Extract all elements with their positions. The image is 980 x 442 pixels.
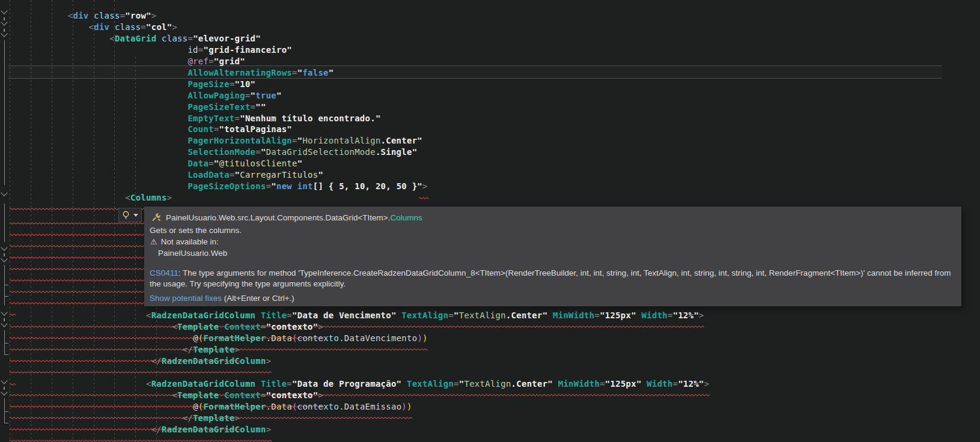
code-token: TextAlign [464, 379, 511, 389]
code-token [401, 379, 407, 389]
code-editor[interactable]: <div class="row"> <div class="col"> <Dat… [0, 0, 980, 442]
code-token: class [115, 22, 141, 32]
code-token [0, 159, 187, 168]
code-line[interactable]: SelectionMode="DataGridSelectionMode.Sin… [0, 147, 417, 158]
code-token: Columns [130, 193, 167, 202]
code-line[interactable]: </RadzenDataGridColumn> [0, 424, 271, 435]
quick-actions-lightbulb-button[interactable] [118, 208, 142, 222]
code-token: class [162, 34, 187, 43]
error-code-link[interactable]: CS0411 [150, 268, 178, 277]
code-token: Template [193, 345, 234, 354]
code-line[interactable]: AllowPaging="true" [0, 90, 282, 101]
code-token: = [668, 310, 673, 320]
code-token: "elevor-grid" [193, 34, 261, 43]
code-token: Width [647, 379, 672, 389]
code-token: ) [422, 333, 428, 343]
error-squiggle [10, 296, 144, 299]
code-line[interactable]: <RadzenDataGridColumn Title="Data de Pro… [0, 378, 709, 390]
code-token: </ [0, 413, 193, 423]
code-line[interactable]: @ref="grid" [0, 56, 245, 67]
code-token: HorizontalAlign [302, 136, 380, 145]
code-token: contexto [297, 333, 339, 343]
code-token [255, 310, 261, 320]
code-line[interactable]: <DataGrid class="elevor-grid" [0, 33, 261, 44]
tooltip-signature-row: PainelUsuario.Web.src.Layout.Components.… [151, 213, 422, 222]
code-token [0, 170, 187, 180]
code-token [0, 136, 187, 145]
code-token: RadzenDataGridColumn [151, 310, 256, 320]
code-token: > [172, 22, 177, 32]
code-line[interactable]: </RadzenDataGridColumn> [0, 356, 271, 367]
error-squiggle [10, 262, 144, 265]
code-line[interactable]: PageSize="10" [0, 79, 255, 90]
code-line[interactable]: </Template> [0, 413, 240, 424]
code-token: Context [224, 390, 261, 400]
code-line[interactable]: id="grid-financeiro" [0, 44, 292, 56]
code-token: = [208, 56, 214, 66]
code-token: = [251, 102, 256, 112]
code-token: PageSize [187, 79, 229, 89]
code-token [0, 124, 187, 134]
code-line[interactable]: <Template Context="contexto"> [0, 321, 323, 333]
code-token: > [167, 193, 172, 202]
code-token [0, 114, 187, 123]
code-line[interactable]: LoadData="CarregarTitulos" [0, 169, 323, 181]
code-token: < [0, 11, 73, 20]
code-token [0, 91, 187, 100]
code-token: " [276, 91, 282, 100]
code-token: </ [0, 425, 162, 434]
code-token [219, 390, 225, 400]
code-token: > [318, 390, 323, 400]
code-token: < [0, 22, 94, 32]
code-line[interactable]: </Template> [0, 344, 240, 356]
code-token: = [454, 379, 459, 389]
code-token: < [0, 310, 151, 320]
code-line[interactable]: <div class="col"> [0, 22, 177, 33]
tooltip-signature-member: Columns [390, 213, 422, 222]
code-line[interactable]: <RadzenDataGridColumn Title="Data de Ven… [0, 310, 704, 321]
code-token: MinWidth [558, 379, 600, 389]
code-token: = [292, 68, 297, 77]
code-token: > [699, 310, 704, 320]
code-token: @ [193, 333, 198, 343]
code-token [0, 102, 187, 112]
code-token: " [318, 170, 323, 180]
error-squiggle [10, 285, 144, 288]
code-line[interactable]: AllowAlternatingRows="false" [0, 67, 333, 79]
code-line[interactable]: @(FormatHelper.Data(contexto.DataVencime… [0, 333, 428, 344]
fold-region-end-tick [4, 285, 8, 285]
code-token: Data [187, 159, 208, 168]
code-line[interactable]: Data="@titulosCliente" [0, 158, 302, 169]
code-token: = [448, 310, 454, 320]
code-token: " [261, 147, 266, 157]
code-token: .DataVencimento [339, 333, 417, 343]
code-token: " [329, 68, 334, 77]
code-line[interactable]: Count="totalPaginas" [0, 124, 292, 135]
code-line[interactable]: PagerHorizontalAlign="HorizontalAlign.Ce… [0, 135, 422, 147]
show-potential-fixes-link[interactable]: Show potential fixes [150, 294, 222, 303]
code-token: AllowAlternatingRows [187, 68, 292, 77]
code-line[interactable]: EmptyText="Nenhum título encontrado." [0, 113, 381, 124]
code-token: FormatHelper [204, 402, 266, 411]
code-token: "Nenhum título encontrado." [240, 114, 380, 123]
tooltip-error-message: CS0411: The type arguments for method 'T… [150, 268, 954, 289]
code-line[interactable]: <Columns> [0, 192, 172, 204]
code-line[interactable]: PageSizeText="" [0, 101, 266, 113]
code-line[interactable]: PageSizeOptions="new int[] { 5, 10, 20, … [0, 181, 428, 192]
fold-region-end-tick [4, 296, 8, 297]
code-token: false [302, 68, 328, 77]
code-token [0, 147, 187, 157]
fold-collapse-chevron-icon[interactable] [1, 244, 7, 250]
code-token: PagerHorizontalAlign [187, 136, 292, 145]
code-line[interactable]: <Template Context="contexto"> [0, 390, 323, 401]
code-token: " [214, 159, 219, 168]
fold-collapse-chevron-icon[interactable] [1, 255, 7, 262]
code-token: = [287, 379, 292, 389]
code-token: "grid-financeiro" [203, 45, 292, 55]
code-line[interactable]: @(FormatHelper.Data(contexto.DataEmissao… [0, 401, 412, 413]
code-line[interactable]: <div class="row"> [0, 10, 156, 22]
code-token [0, 333, 193, 343]
code-token: CarregarTitulos [240, 170, 318, 180]
code-token: = [261, 322, 266, 331]
code-token: </ [0, 345, 193, 354]
